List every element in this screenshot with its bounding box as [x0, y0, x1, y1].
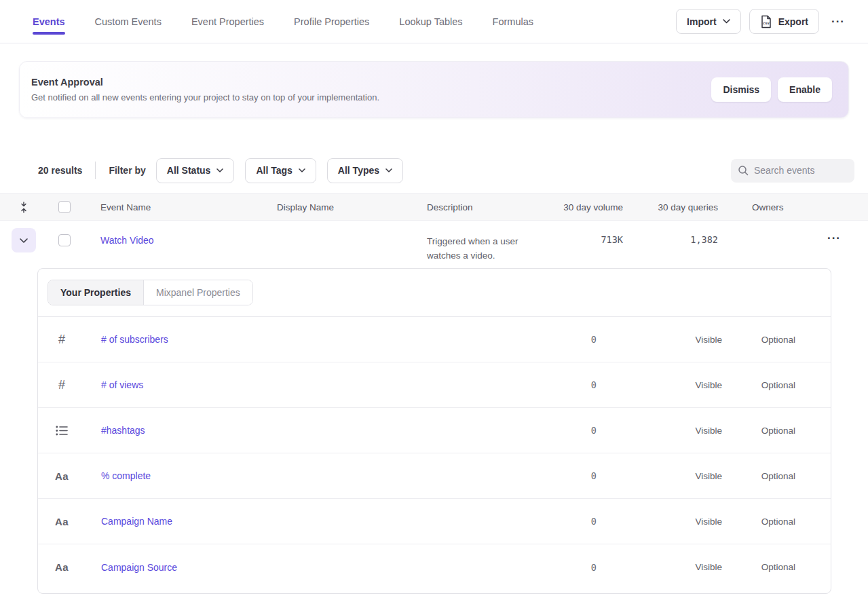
property-name-link[interactable]: # of subscribers	[86, 334, 168, 345]
more-menu-button[interactable]: ···	[827, 12, 849, 31]
tab-profile-properties-label: Profile Properties	[294, 16, 369, 27]
column-header-display-name: Display Name	[258, 202, 413, 212]
number-type-icon: #	[38, 333, 86, 347]
lexicon-tabs: Events Custom Events Event Properties Pr…	[0, 0, 533, 43]
number-type-icon: #	[38, 378, 86, 392]
chevron-down-icon	[299, 168, 305, 172]
chevron-down-icon	[385, 168, 392, 172]
text-type-icon: Aa	[38, 516, 86, 527]
row-more-menu-button[interactable]: ···	[823, 229, 845, 248]
property-visibility: Visible	[597, 426, 722, 436]
collapse-all-button[interactable]	[0, 202, 48, 213]
event-approval-banner: Event Approval Get notified on all new e…	[19, 61, 849, 118]
event-owners	[718, 221, 800, 263]
tab-custom-events[interactable]: Custom Events	[95, 0, 162, 43]
property-visibility: Visible	[597, 380, 722, 390]
import-button-label: Import	[687, 16, 717, 27]
nav-actions: Import csv Export ···	[676, 0, 849, 43]
column-header-owners: Owners	[718, 202, 800, 212]
property-requirement: Optional	[722, 426, 795, 436]
svg-text:csv: csv	[763, 20, 770, 24]
export-button-label: Export	[778, 16, 808, 27]
ellipsis-icon: ···	[831, 15, 845, 28]
property-name-link[interactable]: # of views	[86, 379, 143, 390]
filter-by-label: Filter by	[109, 165, 145, 176]
chevron-down-icon	[20, 238, 28, 243]
tab-lookup-tables-label: Lookup Tables	[399, 16, 462, 27]
list-type-icon	[38, 426, 86, 436]
property-requirement: Optional	[722, 562, 795, 572]
property-count: 0	[493, 379, 597, 390]
text-type-icon: Aa	[38, 470, 86, 482]
event-row-watch-video: Watch Video Triggered when a user watche…	[0, 221, 868, 263]
collapse-icon	[19, 202, 29, 213]
property-visibility: Visible	[597, 471, 722, 481]
tab-profile-properties[interactable]: Profile Properties	[294, 0, 369, 43]
property-name-link[interactable]: Campaign Source	[86, 562, 177, 573]
banner-actions: Dismiss Enable	[711, 77, 832, 102]
tab-events-label: Events	[33, 16, 65, 27]
tab-formulas-label: Formulas	[493, 16, 533, 27]
search-input[interactable]	[754, 165, 848, 176]
divider	[95, 162, 96, 179]
property-row: Aa Campaign Name 0 Visible Optional	[38, 499, 831, 544]
property-row: #hashtags 0 Visible Optional	[38, 408, 831, 453]
import-button[interactable]: Import	[676, 9, 741, 34]
property-count: 0	[493, 334, 597, 345]
select-all-checkbox[interactable]	[58, 201, 71, 213]
property-count: 0	[493, 425, 597, 436]
tab-formulas[interactable]: Formulas	[493, 0, 533, 43]
ellipsis-icon: ···	[827, 231, 841, 244]
row-checkbox[interactable]	[58, 234, 71, 246]
export-button[interactable]: csv Export	[749, 9, 819, 34]
properties-tab-bar: Your Properties Mixpanel Properties	[38, 269, 831, 317]
events-table-header: Event Name Display Name Description 30 d…	[0, 193, 868, 221]
all-tags-dropdown[interactable]: All Tags	[245, 158, 316, 183]
event-30-day-queries: 1,382	[623, 221, 718, 263]
property-name-link[interactable]: % complete	[86, 470, 151, 481]
results-count: 20 results	[38, 165, 82, 176]
all-status-label: All Status	[167, 165, 211, 176]
tab-mixpanel-properties[interactable]: Mixpanel Properties	[144, 280, 252, 305]
all-tags-label: All Tags	[256, 165, 292, 176]
banner-title: Event Approval	[31, 77, 379, 88]
property-row: Aa % complete 0 Visible Optional	[38, 453, 831, 499]
property-count: 0	[493, 516, 597, 527]
tab-event-properties-label: Event Properties	[191, 16, 264, 27]
tab-events[interactable]: Events	[33, 0, 65, 43]
all-types-label: All Types	[338, 165, 379, 176]
tab-lookup-tables[interactable]: Lookup Tables	[399, 0, 462, 43]
all-status-dropdown[interactable]: All Status	[156, 158, 235, 183]
text-type-icon: Aa	[38, 561, 86, 573]
banner-text: Event Approval Get notified on all new e…	[31, 77, 379, 102]
search-icon	[738, 165, 749, 176]
property-count: 0	[493, 470, 597, 481]
property-name-link[interactable]: #hashtags	[86, 425, 145, 436]
collapse-row-button[interactable]	[12, 228, 36, 252]
top-navigation: Events Custom Events Event Properties Pr…	[0, 0, 868, 43]
event-properties-panel: Your Properties Mixpanel Properties # # …	[37, 268, 831, 594]
dismiss-button[interactable]: Dismiss	[711, 77, 771, 102]
tab-your-properties[interactable]: Your Properties	[48, 280, 144, 305]
properties-tab-group: Your Properties Mixpanel Properties	[48, 280, 253, 305]
all-types-dropdown[interactable]: All Types	[327, 158, 403, 183]
enable-button[interactable]: Enable	[778, 77, 832, 102]
property-requirement: Optional	[722, 380, 795, 390]
event-30-day-volume: 713K	[522, 221, 623, 263]
filter-bar: 20 results Filter by All Status All Tags…	[0, 157, 868, 183]
property-requirement: Optional	[722, 517, 795, 527]
event-name-link[interactable]: Watch Video	[100, 235, 154, 246]
property-row: Aa Campaign Source 0 Visible Optional	[38, 544, 831, 590]
property-visibility: Visible	[597, 562, 722, 572]
property-visibility: Visible	[597, 335, 722, 345]
property-name-link[interactable]: Campaign Name	[86, 516, 172, 527]
column-header-description: Description	[413, 202, 522, 212]
chevron-down-icon	[216, 168, 223, 172]
tab-event-properties[interactable]: Event Properties	[191, 0, 264, 43]
column-header-30-day-queries: 30 day queries	[623, 202, 718, 212]
property-row: # # of subscribers 0 Visible Optional	[38, 317, 831, 362]
column-header-event-name: Event Name	[81, 202, 258, 212]
property-count: 0	[493, 562, 597, 573]
banner-subtitle: Get notified on all new events entering …	[31, 92, 379, 102]
search-box	[731, 159, 854, 183]
